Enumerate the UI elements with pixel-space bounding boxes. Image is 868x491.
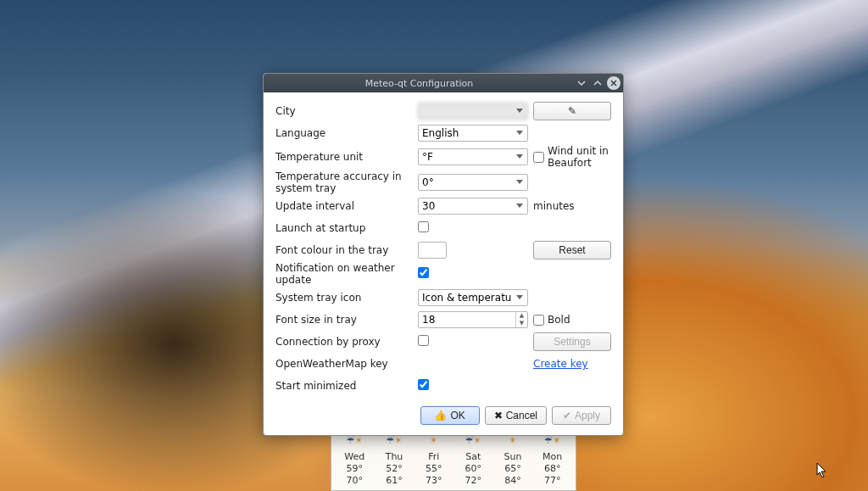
forecast-lo: 52° [376, 463, 413, 475]
proxy-settings-button: Settings [533, 332, 611, 351]
font-size-input[interactable] [419, 312, 515, 327]
ok-button[interactable]: 👍OK [420, 406, 480, 425]
font-size-label: Font size in tray [275, 314, 418, 326]
forecast-hi: 70° [337, 475, 373, 487]
start-minimized-label: Start minimized [275, 380, 418, 392]
notify-update-checkbox[interactable] [418, 267, 429, 278]
tray-icon-select[interactable]: Icon & temperature [418, 289, 528, 306]
window-title: Meteo-qt Configuration [264, 78, 575, 89]
forecast-dow: Sat [455, 451, 492, 462]
city-label: City [275, 105, 418, 117]
notify-update-label: Notification on weather update [275, 262, 418, 286]
update-interval-select[interactable]: 30 [418, 198, 528, 215]
apply-icon: ✔ [563, 410, 571, 421]
language-label: Language [275, 127, 418, 139]
temp-accuracy-label: Temperature accuracy in system tray [275, 170, 418, 194]
forecast-dow: Thu [376, 451, 413, 462]
wind-beaufort-checkbox[interactable] [533, 152, 544, 163]
ok-icon: 👍 [434, 410, 447, 421]
forecast-day: ☔☀ Mon 68°77° [534, 431, 570, 487]
temp-unit-label: Temperature unit [275, 151, 418, 163]
close-button[interactable] [607, 76, 620, 90]
forecast-lo: 68° [534, 463, 570, 475]
owm-key-label: OpenWeatherMap key [275, 358, 418, 370]
forecast-day: ☔☀ Thu 52°61° [376, 431, 413, 487]
edit-city-button[interactable]: ✎ [533, 102, 611, 120]
forecast-hi: 77° [534, 475, 570, 487]
font-colour-swatch[interactable] [418, 242, 447, 259]
start-minimized-checkbox[interactable] [418, 379, 429, 390]
forecast-hi: 72° [455, 475, 492, 487]
font-colour-label: Font colour in the tray [275, 244, 418, 256]
forecast-dow: Mon [534, 451, 570, 462]
launch-startup-label: Launch at startup [275, 222, 418, 234]
dialog-button-row: 👍OK ✖Cancel ✔Apply [275, 401, 611, 430]
owm-key-input[interactable] [418, 355, 528, 372]
tray-icon-label: System tray icon [275, 292, 418, 304]
launch-startup-checkbox[interactable] [418, 221, 429, 232]
temp-accuracy-select[interactable]: 0° [418, 174, 528, 191]
forecast-hi: 73° [415, 475, 452, 487]
forecast-day: ☀ Fri 55°73° [415, 431, 452, 487]
cancel-icon: ✖ [494, 410, 503, 421]
pencil-icon: ✎ [568, 105, 576, 117]
dialog-body: City ✎ Language English Temperature unit… [264, 92, 623, 435]
forecast-hi: 84° [495, 475, 531, 487]
forecast-lo: 65° [495, 463, 531, 475]
forecast-hi: 61° [376, 475, 413, 487]
forecast-day: ☀ Sun 65°84° [495, 431, 531, 487]
forecast-dow: Wed [337, 451, 373, 462]
maximize-button[interactable] [591, 76, 604, 90]
proxy-checkbox[interactable] [418, 335, 429, 346]
forecast-lo: 60° [455, 463, 492, 475]
spin-down-icon[interactable]: ▼ [516, 320, 527, 327]
reset-button[interactable]: Reset [533, 241, 611, 259]
proxy-label: Connection by proxy [275, 336, 418, 348]
temp-unit-select[interactable]: °F [418, 148, 528, 165]
city-select[interactable] [418, 103, 528, 120]
minimize-button[interactable] [575, 76, 588, 90]
cancel-button[interactable]: ✖Cancel [485, 406, 547, 425]
language-select[interactable]: English [418, 125, 528, 142]
minutes-suffix: minutes [533, 200, 575, 212]
wind-beaufort-label: Wind unit in Beaufort [548, 145, 611, 169]
forecast-lo: 59° [337, 463, 373, 475]
forecast-dow: Fri [415, 451, 452, 462]
forecast-day: ☔☀ Sat 60°72° [455, 431, 492, 487]
apply-button: ✔Apply [552, 406, 611, 425]
spin-up-icon[interactable]: ▲ [516, 312, 527, 320]
create-key-link[interactable]: Create key [533, 358, 588, 370]
forecast-day: ☔☀ Wed 59°70° [337, 431, 373, 487]
forecast-lo: 55° [415, 463, 452, 475]
bold-label: Bold [548, 314, 570, 326]
update-interval-label: Update interval [275, 200, 418, 212]
config-dialog: Meteo-qt Configuration City ✎ Language E… [263, 73, 624, 436]
font-size-spinbox[interactable]: ▲▼ [418, 311, 528, 328]
forecast-dow: Sun [495, 451, 531, 462]
titlebar[interactable]: Meteo-qt Configuration [264, 74, 623, 92]
bold-checkbox[interactable] [533, 315, 544, 326]
